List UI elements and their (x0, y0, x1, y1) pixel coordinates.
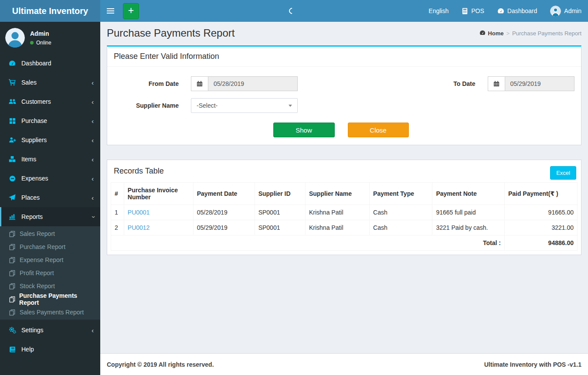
sidebar-item-places[interactable]: Places ‹ (0, 188, 100, 207)
dashboard-link[interactable]: Dashboard (491, 0, 544, 22)
breadcrumb-separator: > (506, 30, 510, 37)
sidebar-user-status[interactable]: Online (30, 40, 51, 46)
chevron-down-icon: ‹ (89, 216, 96, 218)
table-row: 2 PU0012 05/29/2019 SP0001 Krishna Patil… (111, 220, 578, 235)
from-date-input[interactable]: 05/28/2019 (208, 76, 298, 91)
pos-link[interactable]: POS (455, 0, 491, 22)
chevron-left-icon: ‹ (92, 99, 94, 105)
user-plus-icon (8, 136, 17, 143)
files-icon (9, 244, 16, 250)
sidebar-item-suppliers[interactable]: Suppliers ‹ (0, 130, 100, 150)
chevron-left-icon: ‹ (92, 79, 94, 86)
sidebar-item-settings[interactable]: Settings ‹ (0, 320, 100, 340)
sidebar-item-dashboard[interactable]: Dashboard (0, 54, 100, 73)
files-icon (9, 296, 15, 303)
book-icon (8, 346, 17, 353)
sidebar-item-purchase[interactable]: Purchase ‹ (0, 111, 100, 130)
sidebar-item-purchase-payments-report[interactable]: Purchase Payments Report (0, 293, 100, 306)
brand-logo[interactable]: Ultimate Inventory (0, 0, 100, 22)
breadcrumb: Home > Purchase Payments Report (479, 30, 581, 37)
sidebar-item-reports[interactable]: Reports ‹ (0, 207, 100, 226)
records-table: # Purchase Invoice Number Payment Date S… (111, 182, 578, 251)
loading-spinner-icon (288, 7, 296, 15)
sidebar-item-items[interactable]: Items ‹ (0, 150, 100, 169)
footer: Copyright © 2019 All rights reserved. Ul… (100, 353, 588, 375)
main-content: Purchase Payments Report Home > Purchase… (100, 22, 588, 375)
supplier-select[interactable]: -Select- (191, 98, 298, 113)
dashboard-icon (479, 30, 486, 37)
table-header-row: # Purchase Invoice Number Payment Date S… (111, 183, 578, 205)
users-icon (8, 98, 17, 105)
col-payment-type: Payment Type (370, 183, 432, 205)
col-supplier-name: Supplier Name (305, 183, 369, 205)
cubes-icon (8, 156, 17, 163)
sidebar-item-expenses[interactable]: Expenses ‹ (0, 169, 100, 188)
paper-plane-icon (8, 194, 17, 201)
excel-export-button[interactable]: Excel (550, 166, 576, 180)
sidebar-user-panel: Admin Online (0, 22, 100, 54)
calendar-icon (488, 76, 505, 91)
minus-circle-icon (8, 175, 17, 182)
table-row: 1 PU0001 05/28/2019 SP0001 Krishna Patil… (111, 205, 578, 220)
show-button[interactable]: Show (273, 123, 335, 137)
calendar-icon (191, 76, 208, 91)
gears-icon (8, 327, 17, 334)
bar-chart-icon (8, 213, 17, 220)
chevron-down-icon (289, 105, 292, 107)
filter-panel-title: Please Enter Valid Information (107, 47, 581, 67)
grid-icon (8, 118, 17, 124)
total-value: 94886.00 (504, 235, 577, 251)
sidebar-toggle-button[interactable] (100, 0, 120, 22)
invoice-link[interactable]: PU0012 (128, 224, 150, 231)
avatar (550, 6, 561, 17)
dashboard-icon (497, 7, 504, 14)
breadcrumb-home[interactable]: Home (479, 30, 503, 37)
chevron-left-icon: ‹ (92, 175, 94, 182)
online-status-icon (30, 41, 34, 44)
avatar (5, 28, 25, 48)
filter-panel: Please Enter Valid Information From Date… (107, 45, 581, 145)
col-payment-date: Payment Date (193, 183, 255, 205)
language-menu[interactable]: English (422, 0, 455, 22)
sidebar: Admin Online Dashboard Sales ‹ Customers… (0, 22, 100, 375)
sidebar-item-sales-report[interactable]: Sales Report (0, 227, 100, 240)
sidebar-item-customers[interactable]: Customers ‹ (0, 92, 100, 111)
total-label: Total : (111, 235, 505, 251)
supplier-name-label: Supplier Name (107, 102, 191, 109)
dashboard-icon (8, 60, 17, 67)
sidebar-item-help[interactable]: Help (0, 340, 100, 359)
reports-submenu: Sales Report Purchase Report Expense Rep… (0, 226, 100, 320)
chevron-left-icon: ‹ (92, 118, 94, 124)
navbar: + English POS Dashboard (100, 0, 588, 22)
records-title: Records Table (107, 160, 581, 182)
table-total-row: Total : 94886.00 (111, 235, 578, 251)
to-date-field[interactable]: 05/29/2019 (488, 76, 574, 91)
sidebar-item-sales[interactable]: Sales ‹ (0, 73, 100, 92)
navbar-right: English POS Dashboard Admin (422, 0, 588, 22)
add-new-button[interactable]: + (123, 3, 139, 19)
files-icon (9, 257, 16, 263)
sidebar-item-expense-report[interactable]: Expense Report (0, 253, 100, 266)
col-supplier-id: Supplier ID (255, 183, 305, 205)
chevron-left-icon: ‹ (92, 327, 94, 334)
files-icon (9, 270, 16, 276)
col-payment-note: Payment Note (432, 183, 505, 205)
sidebar-user-name: Admin (30, 30, 51, 37)
chevron-left-icon: ‹ (92, 194, 94, 201)
cart-icon (8, 79, 17, 86)
sidebar-item-stock-report[interactable]: Stock Report (0, 280, 100, 293)
files-icon (9, 309, 16, 316)
sidebar-menu: Dashboard Sales ‹ Customers ‹ Purchase ‹… (0, 54, 100, 359)
files-icon (9, 283, 16, 290)
from-date-field[interactable]: 05/28/2019 (191, 76, 298, 91)
user-menu[interactable]: Admin (544, 0, 588, 22)
sidebar-item-purchase-report[interactable]: Purchase Report (0, 240, 100, 253)
calculator-icon (462, 8, 468, 14)
sidebar-item-profit-report[interactable]: Profit Report (0, 266, 100, 280)
files-icon (9, 231, 16, 237)
col-paid-payment: Paid Payment(₹ ) (504, 183, 577, 205)
sidebar-item-sales-payments-report[interactable]: Sales Payments Report (0, 306, 100, 319)
to-date-input[interactable]: 05/29/2019 (505, 76, 574, 91)
close-button[interactable]: Close (348, 123, 409, 137)
invoice-link[interactable]: PU0001 (128, 209, 150, 216)
